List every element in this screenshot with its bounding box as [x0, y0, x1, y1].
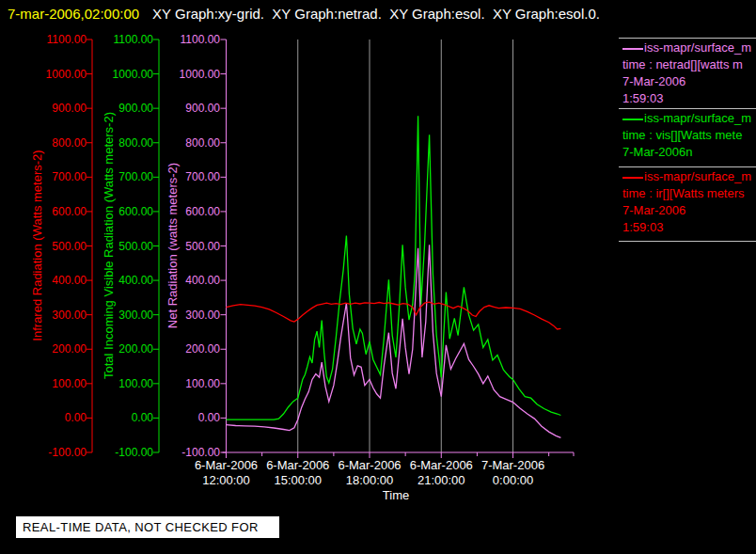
- x-tick-time: 15:00:00: [274, 473, 322, 487]
- legend-time: 1:59:03: [622, 219, 756, 236]
- legend-series-name: iss-mapr/surface_m: [622, 168, 756, 185]
- y-axis-title: Net Radiation (watts meters-2): [165, 20, 181, 471]
- legend-entry[interactable]: iss-mapr/surface_mtime : netrad[][watts …: [622, 40, 756, 107]
- x-tick-time: 18:00:00: [346, 473, 394, 487]
- x-tick-time: 12:00:00: [202, 473, 250, 487]
- legend-date: 7-Mar-2006: [622, 202, 756, 219]
- app-window: 7-mar-2006,02:00:00XY Graph:xy-grid. XY …: [0, 0, 756, 554]
- legend-date: 7-Mar-2006n: [622, 144, 756, 161]
- legend-line-sample-icon: [622, 177, 643, 179]
- x-tick-time: 21:00:00: [417, 473, 465, 487]
- legend-separator: [619, 38, 756, 39]
- x-axis-title: Time: [368, 488, 424, 502]
- legend-panel: iss-mapr/surface_mtime : netrad[][watts …: [619, 0, 756, 554]
- legend-separator: [619, 241, 756, 242]
- y-axis-title: Infrared Radiation (Watts meters-2): [30, 20, 45, 471]
- legend-time: 1:59:03: [622, 90, 756, 107]
- legend-date: 7-Mar-2006: [622, 73, 756, 90]
- legend-series-name: iss-mapr/surface_m: [622, 110, 756, 127]
- x-tick-date: 7-Mar-2006: [481, 458, 544, 472]
- legend-separator: [619, 108, 756, 109]
- x-tick-date: 6-Mar-2006: [338, 458, 401, 472]
- x-tick-date: 6-Mar-2006: [410, 458, 473, 472]
- y-axis-title: Total Incoming Visible Radiation (Watts …: [102, 20, 117, 471]
- legend-line-sample-icon: [622, 48, 643, 50]
- legend-series-meta: time : ir[][Watts meters: [622, 185, 756, 202]
- legend-series-name: iss-mapr/surface_m: [622, 40, 756, 56]
- quality-banner: REAL-TIME DATA, NOT CHECKED FOR QUALITY: [16, 516, 279, 538]
- x-tick-date: 6-Mar-2006: [266, 458, 329, 472]
- legend-entry[interactable]: iss-mapr/surface_mtime : ir[][Watts mete…: [622, 168, 756, 236]
- series-line-ir-infrared-radiation: [227, 302, 561, 329]
- x-tick-label: 7-Mar-20060:00:00: [468, 458, 559, 488]
- series-line-vis-total-incoming-visible-radiation: [227, 116, 561, 419]
- legend-series-meta: time : netrad[][watts m: [622, 56, 756, 73]
- legend-line-sample-icon: [622, 119, 643, 120]
- legend-series-meta: time : vis[][Watts mete: [622, 127, 756, 144]
- x-tick-date: 6-Mar-2006: [195, 458, 258, 472]
- x-tick-time: 0:00:00: [493, 473, 533, 487]
